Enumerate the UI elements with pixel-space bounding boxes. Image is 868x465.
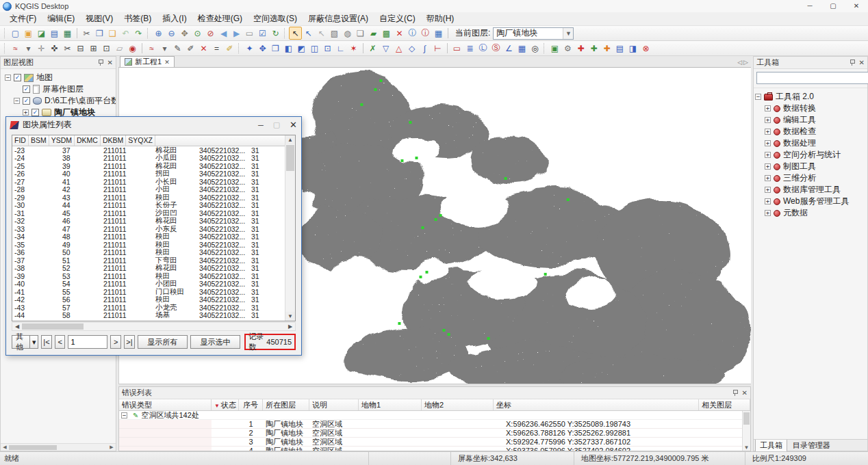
split-feature-icon[interactable]: ✂ [61, 42, 74, 55]
previous-record-button[interactable]: < [55, 335, 66, 349]
error-group-row[interactable]: − ✎ 空洞区域共142处 [119, 411, 750, 420]
copy-parcel-icon[interactable]: ❐ [269, 42, 282, 55]
select-window-icon[interactable]: ❏ [354, 27, 367, 40]
stop-edit-icon[interactable]: ⊗ [639, 42, 652, 55]
diagonal-split-icon[interactable]: ◩ [295, 42, 308, 55]
refresh-view-icon[interactable]: ↻ [269, 27, 282, 40]
table-row[interactable]: -35 49 211011 秧田 3405221032... 31 [12, 241, 285, 249]
toolbox-tree-node[interactable]: + Web服务管理工具 [755, 196, 866, 207]
first-record-button[interactable]: |< [41, 335, 52, 349]
scrollbar-thumb[interactable] [286, 145, 294, 171]
menu-item[interactable]: 自定义(C) [374, 12, 421, 26]
collapse-icon[interactable]: − [14, 98, 20, 104]
length-badge-icon[interactable]: Ⓛ [476, 42, 489, 55]
flip-down-icon[interactable]: ▽ [379, 42, 392, 55]
select-pointer-icon[interactable]: ↖ [289, 27, 302, 40]
tick-ruler-icon[interactable]: ≣ [463, 42, 476, 55]
record-number-input[interactable] [68, 335, 107, 349]
export-table-icon[interactable]: ▦ [61, 27, 74, 40]
menu-item[interactable]: 书签(B) [118, 12, 157, 26]
expand-icon[interactable]: + [765, 163, 771, 170]
layer-panel-hscrollbar[interactable]: ◀ ▶ [1, 443, 116, 451]
grid-table-icon[interactable]: ▦ [515, 42, 528, 55]
delete-feature-icon[interactable]: ✕ [197, 42, 210, 55]
draw-polyline-icon[interactable]: ≈ [9, 42, 22, 55]
select-polygon-icon[interactable]: ▰ [367, 27, 380, 40]
add-vertex-red-icon[interactable]: ✚ [574, 42, 587, 55]
collapse-icon[interactable]: − [5, 75, 11, 81]
scroll-down-icon[interactable]: ▼ [743, 444, 750, 451]
menu-item[interactable]: 空间选取(S) [248, 12, 303, 26]
redo-icon[interactable]: ↷ [132, 27, 145, 40]
toolbox-tree-node[interactable]: + 元数据 [755, 207, 866, 219]
toolbar-grip[interactable] [284, 28, 287, 38]
error-row[interactable]: 4 陶厂镇地块 空洞区域 X:593736.057996 Y:3527402.0… [119, 447, 750, 451]
table-row[interactable]: -32 46 211011 棉花田 3405221032... 31 [12, 217, 285, 226]
pin-icon[interactable] [849, 59, 856, 66]
checkbox-checked-icon[interactable]: ✓ [23, 97, 30, 105]
close-panel-icon[interactable]: ✕ [107, 59, 113, 66]
expand-icon[interactable]: + [765, 117, 771, 123]
toolbox-tree-node[interactable]: + 空间分析与统计 [755, 149, 866, 161]
toolbar-grip[interactable] [4, 43, 7, 53]
table-row[interactable]: -28 42 211011 小田 3405221032... 31 [12, 186, 285, 194]
column-header[interactable]: 地物1 [359, 399, 422, 410]
flip-up-icon[interactable]: △ [392, 42, 405, 55]
dialog-minimize-icon[interactable]: ─ [258, 121, 264, 129]
next-record-button[interactable]: > [110, 335, 121, 349]
column-header[interactable]: 相关图层 [699, 399, 750, 410]
zoom-out-icon[interactable]: ⊖ [165, 27, 178, 40]
tab-toolbox[interactable]: 工具箱 [755, 440, 787, 452]
zoom-prev-icon[interactable]: ⊘ [204, 27, 217, 40]
select-hatch-icon[interactable]: ▩ [380, 27, 393, 40]
find-icon[interactable]: ◎ [528, 42, 541, 55]
column-header[interactable]: DKBM [101, 135, 126, 146]
maximize-button[interactable]: ▢ [821, 0, 845, 12]
expand-icon[interactable]: + [765, 175, 771, 181]
table-row[interactable]: -41 55 211011 门口秧田 3405221032... 31 [12, 288, 285, 296]
mirror-icon[interactable]: ◧ [282, 42, 295, 55]
other-button[interactable]: 其他 [12, 335, 29, 349]
undo-icon[interactable]: ↶ [119, 27, 132, 40]
scroll-left-icon[interactable]: ◀ [12, 323, 22, 330]
expand-icon[interactable]: + [765, 129, 771, 135]
column-header[interactable]: 序号 [239, 399, 263, 410]
trapezoid-icon[interactable]: ▱ [113, 42, 126, 55]
toolbar-grip[interactable] [147, 28, 150, 38]
table-row[interactable]: -39 53 211011 秧田 3405221032... 31 [12, 272, 285, 280]
column-header[interactable]: 地物2 [422, 399, 494, 410]
scrollbar-thumb[interactable] [9, 445, 57, 450]
clear-selection-icon[interactable]: ✕ [393, 27, 406, 40]
zoom-full-icon[interactable]: ⊙ [191, 27, 204, 40]
scroll-down-icon[interactable]: ▼ [285, 312, 295, 321]
attribute-vscrollbar[interactable]: ▲ ▼ [285, 135, 295, 321]
minimize-button[interactable]: ─ [798, 0, 821, 12]
column-header[interactable]: 说明 [309, 399, 359, 410]
collapse-icon[interactable]: − [121, 412, 127, 418]
table-row[interactable]: -33 47 211011 小东反 3405221032... 31 [12, 225, 285, 233]
pin-icon[interactable] [97, 59, 104, 66]
column-header[interactable]: 所在图层 [263, 399, 309, 410]
show-check-icon[interactable]: ☑ [256, 27, 269, 40]
menu-item[interactable]: 屏蔽信息设置(A) [303, 12, 374, 26]
nav-back-icon[interactable]: ◀ [217, 27, 230, 40]
checkbox-checked-icon[interactable]: ✓ [31, 109, 39, 116]
expand-icon[interactable]: + [23, 109, 29, 116]
table-row[interactable]: -29 43 211011 秧田 3405221032... 31 [12, 194, 285, 202]
diamond-tool-icon[interactable]: ◇ [405, 42, 418, 55]
copy-icon[interactable]: ❐ [93, 27, 106, 40]
chevron-down-icon[interactable]: ▼ [563, 28, 573, 39]
intersect-icon[interactable]: ✗ [366, 42, 379, 55]
boundary-icon[interactable]: ⊡ [321, 42, 334, 55]
toolbox-tree-node[interactable]: + 数据转换 [755, 103, 866, 114]
column-header[interactable]: SYQXZ [126, 135, 155, 146]
table-row[interactable]: -43 57 211011 小龙壳 3405221032... 31 [12, 304, 285, 312]
table-row[interactable]: -38 52 211011 棉花田 3405221032... 31 [12, 265, 285, 273]
menu-item[interactable]: 检查处理(G) [192, 12, 248, 26]
menu-item[interactable]: 视图(V) [80, 12, 118, 26]
layer-tree-node-datasource[interactable]: − ✓ D:\6工作\桌面平台数据 [2, 95, 114, 107]
paste-icon[interactable]: ❑ [106, 27, 119, 40]
tab-catalog-manager[interactable]: 目录管理器 [789, 440, 834, 451]
show-selected-button[interactable]: 显示选中 [190, 335, 240, 349]
checkbox-checked-icon[interactable]: ✓ [23, 85, 30, 93]
